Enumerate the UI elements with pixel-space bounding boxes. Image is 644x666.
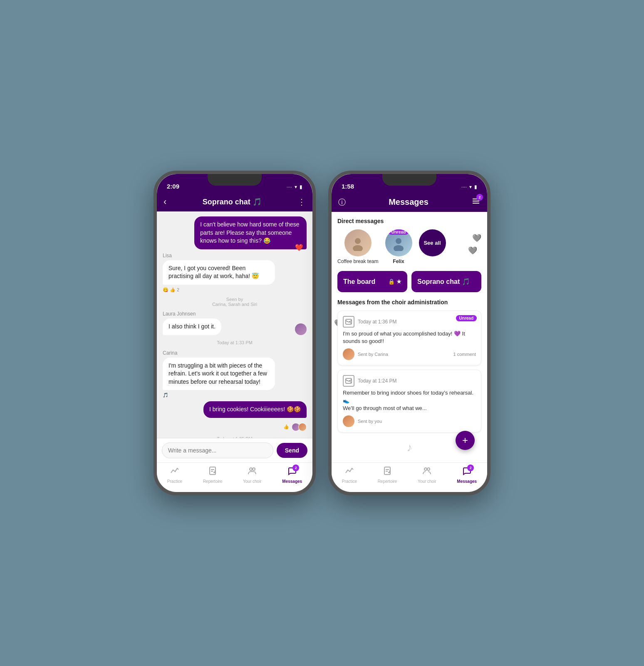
admin-msg-2-text: Remember to bring indoor shoes for today… (343, 389, 476, 412)
wifi-icon-r: ▾ (469, 184, 472, 190)
more-button[interactable]: ⋮ (297, 197, 306, 207)
group-chats: The board 🔒 ★ Soprano chat 🎵 (337, 271, 481, 292)
messages-content: Direct messages Coffee break team (332, 212, 487, 464)
right-phone: 1:58 ···· ▾ ▮ ⓘ Messages 2 (328, 171, 490, 495)
dm-felix-label: Felix (393, 258, 404, 264)
svg-point-13 (394, 245, 404, 251)
avatar-laura (295, 323, 307, 335)
admin-msg-1-sender: Sent by Carina (358, 352, 388, 357)
send-button[interactable]: Send (277, 443, 307, 458)
msg-row-lisa: Sure, I got you covered! Been practising… (163, 260, 307, 285)
soprano-chat-button[interactable]: Soprano chat 🎵 (411, 271, 481, 292)
svg-rect-14 (346, 319, 352, 324)
menu-button[interactable]: 2 (471, 196, 481, 208)
nav-repertoire-left[interactable]: Repertoire (203, 466, 223, 484)
msg-bubble-carina: I'm struggling a bit with pieces of the … (163, 358, 275, 390)
nav-choir-right[interactable]: Your choir (418, 466, 436, 484)
info-button[interactable]: ⓘ (338, 197, 346, 207)
msg-sender-lisa: Lisa (163, 253, 307, 258)
choir-label: Your choir (243, 479, 262, 484)
signal-icon: ···· (287, 184, 292, 190)
svg-line-15 (349, 322, 351, 323)
chat-title: Soprano chat 🎵 (171, 197, 292, 206)
admin-msg-1-header: Today at 1:36 PM Unread (343, 316, 476, 328)
admin-msg-2-sender: Sent by you (358, 419, 382, 424)
dm-coffee[interactable]: Coffee break team (337, 229, 379, 264)
svg-point-6 (253, 468, 255, 470)
admin-msg-1-unread: Unread (456, 315, 477, 321)
nav-repertoire-right[interactable]: Repertoire (378, 466, 397, 484)
svg-point-5 (250, 468, 252, 470)
nav-practice-left[interactable]: Practice (167, 466, 182, 484)
right-status-icons: ···· ▾ ▮ (461, 184, 477, 190)
messages-icon-right: 2 (462, 466, 471, 478)
admin-msg-2-time: Today at 1:24 PM (358, 378, 396, 384)
messages-badge-right: 2 (467, 465, 474, 471)
svg-line-17 (349, 381, 351, 383)
msg-sender-carina: Carina (163, 350, 307, 356)
msg-bubble-sent-1: I can't believe how hard some of these p… (194, 216, 307, 249)
admin-msg-2-footer: Sent by you (343, 415, 476, 427)
choir-label-r: Your choir (418, 479, 436, 484)
nav-choir-left[interactable]: Your choir (243, 466, 262, 484)
msg-reaction-carina: 🎵 (163, 393, 168, 398)
msg-group-carina: Carina I'm struggling a bit with pieces … (163, 350, 307, 398)
message-input[interactable] (162, 442, 273, 458)
left-screen: 2:09 ···· ▾ ▮ ‹ Soprano chat 🎵 ⋮ I can't (157, 174, 312, 492)
heart-dec-2: 🩶 (468, 246, 477, 255)
messages-title: Messages (346, 197, 471, 207)
right-bottom-nav: Practice Repertoire (332, 462, 487, 492)
signal-icon-r: ···· (461, 184, 467, 190)
choir-icon (248, 466, 257, 478)
msg-bubble-lisa: Sure, I got you covered! Been practising… (163, 260, 275, 285)
wifi-icon: ▾ (295, 184, 297, 190)
nav-messages-left[interactable]: 2 Messages (282, 466, 302, 484)
soprano-label: Soprano chat 🎵 (417, 278, 470, 286)
admin-msg-2-header: Today at 1:24 PM (343, 375, 476, 387)
practice-label-r: Practice (342, 479, 357, 484)
admin-avatar-1 (343, 348, 354, 360)
battery-icon-r: ▮ (474, 184, 477, 190)
see-all-button[interactable]: See all (419, 229, 446, 256)
nav-practice-right[interactable]: Practice (342, 466, 357, 484)
back-button[interactable]: ‹ (163, 196, 166, 207)
dm-see-all[interactable]: See all (419, 229, 446, 256)
admin-msg-1[interactable]: Today at 1:36 PM Unread I'm so proud of … (337, 311, 481, 365)
heart-dec-1: 🩶 (472, 234, 481, 243)
nav-messages-right[interactable]: 2 Messages (457, 466, 477, 484)
chat-messages: I can't believe how hard some of these p… (157, 211, 312, 438)
admin-msg-2[interactable]: Today at 1:24 PM Remember to bring indoo… (337, 370, 481, 432)
chat-header: ‹ Soprano chat 🎵 ⋮ (157, 192, 312, 211)
board-label: The board (343, 278, 375, 286)
practice-icon (170, 466, 179, 478)
seen-by: Seen byCarina, Sarah and Siri (163, 297, 307, 307)
admin-msg-1-time: Today at 1:36 PM (358, 319, 396, 325)
svg-point-12 (396, 238, 401, 244)
dm-row: Coffee break team Unread Felix (337, 229, 481, 264)
practice-label: Practice (167, 479, 182, 484)
msg-bubble-cookies: I bring cookies! Cookiiieeees! 🍪🍪 (203, 401, 307, 418)
svg-rect-16 (346, 378, 352, 383)
fab-button[interactable]: + (456, 431, 475, 450)
right-time: 1:58 (342, 183, 354, 190)
heart-reaction-1: ❤️ (295, 243, 303, 252)
svg-point-23 (424, 468, 427, 470)
repertoire-label: Repertoire (203, 479, 223, 484)
admin-msg-2-icon (343, 375, 354, 387)
admin-msg-1-icon (343, 316, 354, 328)
practice-icon-r (345, 466, 354, 478)
messages-label-right: Messages (457, 479, 477, 484)
dm-felix[interactable]: Unread Felix (385, 229, 412, 264)
msg-sender-laura: Laura Johnsen (163, 311, 307, 317)
repertoire-icon (208, 466, 217, 478)
msg-row-carina: I'm struggling a bit with pieces of the … (163, 358, 307, 390)
msg-row-1: I can't believe how hard some of these p… (163, 216, 307, 249)
choir-icon-r (422, 466, 431, 478)
msg-group-laura: Laura Johnsen I also think I got it. (163, 311, 307, 335)
admin-msg-2-meta: Sent by you (358, 419, 476, 424)
admin-msg-1-meta: Sent by Carina 1 comment (358, 352, 476, 357)
avatar-felix: Unread (385, 229, 412, 256)
board-chat-button[interactable]: The board 🔒 ★ (337, 271, 407, 292)
admin-msg-1-comments: 1 comment (453, 352, 476, 357)
header-badge: 2 (476, 194, 483, 201)
